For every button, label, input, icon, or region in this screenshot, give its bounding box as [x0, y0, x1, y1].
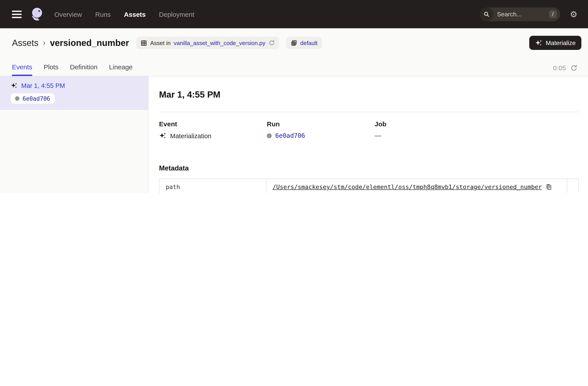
- materialize-button[interactable]: Materialize: [529, 36, 581, 50]
- top-nav-right: Search... / ⚙: [480, 7, 577, 21]
- asset-tabs: Events Plots Definition Lineage: [12, 57, 132, 76]
- dagster-logo-icon[interactable]: [29, 6, 45, 22]
- tab-definition[interactable]: Definition: [70, 57, 97, 76]
- page-title: versioned_number: [50, 38, 129, 48]
- metadata-table: path /Users/smackesey/stm/code/elementl/…: [159, 178, 579, 193]
- asset-badge-prefix: Asset in: [150, 40, 171, 46]
- event-detail-title: Mar 1, 4:55 PM: [159, 90, 579, 100]
- top-nav: Overview Runs Assets Deployment Search..…: [0, 0, 588, 28]
- search-icon: [480, 7, 493, 21]
- app-window: Overview Runs Assets Deployment Search..…: [0, 0, 588, 193]
- materialization-sparkle-icon: [159, 132, 167, 140]
- asset-group-badge: default: [286, 37, 322, 49]
- breadcrumb: Assets › versioned_number: [12, 38, 129, 48]
- breadcrumb-assets-link[interactable]: Assets: [12, 38, 39, 48]
- sparkle-icon: [535, 39, 543, 47]
- copy-icon[interactable]: [545, 183, 552, 190]
- content-body: Mar 1, 4:55 PM 6e0ad706 Mar 1, 4:55 PM E…: [0, 76, 588, 193]
- breadcrumb-row: Assets › versioned_number Asset in vanil…: [0, 28, 588, 57]
- chevron-right-icon: ›: [43, 38, 45, 47]
- asset-group-icon: [291, 40, 297, 46]
- refresh-countdown: 0:05: [553, 64, 566, 72]
- run-status-dot: [267, 133, 272, 138]
- event-info-grid: Event Materialization Run: [159, 120, 579, 140]
- materialization-sparkle-icon: [11, 82, 18, 89]
- search-input[interactable]: Search... /: [480, 7, 560, 21]
- tab-plots[interactable]: Plots: [44, 57, 59, 76]
- tabs-row: Events Plots Definition Lineage 0:05: [0, 57, 588, 76]
- event-list-item[interactable]: Mar 1, 4:55 PM 6e0ad706: [0, 76, 148, 110]
- metadata-heading: Metadata: [159, 164, 579, 172]
- refresh-status: 0:05: [553, 64, 577, 76]
- nav-item-runs[interactable]: Runs: [95, 10, 111, 18]
- reload-definitions-icon[interactable]: [268, 40, 274, 46]
- nav-item-assets[interactable]: Assets: [124, 10, 146, 18]
- job-column-label: Job: [375, 120, 579, 128]
- asset-file-link[interactable]: vanilla_asset_with_code_version.py: [174, 40, 265, 46]
- events-sidebar: Mar 1, 4:55 PM 6e0ad706: [0, 76, 148, 193]
- event-timestamp-link[interactable]: Mar 1, 4:55 PM: [21, 82, 65, 89]
- materialize-button-label: Materialize: [546, 39, 576, 46]
- nav-item-deployment[interactable]: Deployment: [159, 10, 194, 18]
- event-detail-panel: Mar 1, 4:55 PM Event Materialization: [148, 76, 588, 193]
- asset-definition-badge: Asset in vanilla_asset_with_code_version…: [136, 37, 279, 49]
- event-column-label: Event: [159, 120, 267, 128]
- group-default-link[interactable]: default: [300, 40, 317, 46]
- tab-lineage[interactable]: Lineage: [109, 57, 133, 76]
- job-value: —: [375, 132, 381, 139]
- tab-events[interactable]: Events: [12, 57, 32, 76]
- nav-item-overview[interactable]: Overview: [54, 10, 82, 18]
- search-placeholder: Search...: [497, 11, 549, 18]
- run-column-label: Run: [267, 120, 375, 128]
- divider: [159, 112, 579, 112]
- run-id-tag-label: 6e0ad706: [22, 95, 50, 102]
- metadata-path-link[interactable]: /Users/smackesey/stm/code/elementl/oss/t…: [273, 183, 542, 190]
- event-type-value: Materialization: [170, 132, 211, 139]
- run-id-tag[interactable]: 6e0ad706: [11, 93, 55, 104]
- table-row: path /Users/smackesey/stm/code/elementl/…: [160, 179, 578, 193]
- page-header: Assets › versioned_number Asset in vanil…: [0, 28, 588, 76]
- run-id-link[interactable]: 6e0ad706: [275, 132, 305, 139]
- search-shortcut-key: /: [549, 10, 557, 18]
- primary-nav: Overview Runs Assets Deployment: [54, 10, 194, 18]
- refresh-icon[interactable]: [570, 64, 577, 71]
- table-end-cell: [567, 179, 578, 193]
- table-grid-icon: [141, 40, 147, 46]
- run-status-dot: [15, 96, 20, 101]
- metadata-key: path: [160, 179, 266, 193]
- menu-icon[interactable]: [12, 10, 22, 18]
- settings-gear-icon[interactable]: ⚙: [570, 10, 577, 18]
